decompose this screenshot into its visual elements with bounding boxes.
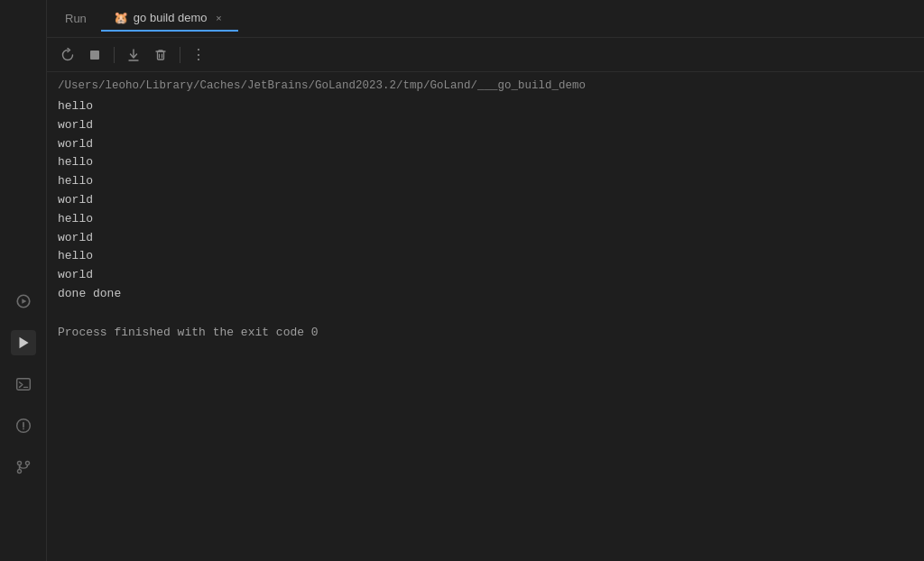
tab-go-build-demo[interactable]: 🐹 go build demo × — [101, 5, 238, 32]
svg-point-9 — [17, 469, 21, 473]
sidebar-item-terminal[interactable] — [11, 372, 36, 397]
output-line-hello3: hello — [58, 172, 913, 191]
output-line-done: done done — [58, 285, 913, 304]
svg-point-10 — [25, 461, 29, 464]
output-line-hello5: hello — [58, 247, 913, 266]
sidebar-item-run[interactable] — [11, 330, 36, 355]
output-line-world3: world — [58, 191, 913, 210]
stop-button[interactable] — [83, 43, 106, 67]
sidebar-item-problems[interactable] — [11, 413, 36, 438]
output-line-world5: world — [58, 266, 913, 285]
output-process-line: Process finished with the exit code 0 — [58, 324, 913, 343]
toolbar-divider-1 — [114, 47, 115, 63]
svg-rect-3 — [16, 379, 30, 390]
tab-bar: Run 🐹 go build demo × — [47, 0, 924, 38]
output-line-world1: world — [58, 116, 913, 135]
clear-button[interactable] — [149, 43, 172, 67]
svg-marker-1 — [22, 299, 26, 304]
svg-rect-15 — [158, 51, 164, 60]
svg-point-7 — [23, 428, 24, 429]
output-line-hello2: hello — [58, 153, 913, 172]
output-line-world2: world — [58, 135, 913, 154]
sidebar-item-run-configs[interactable] — [11, 289, 36, 314]
output-line-world4: world — [58, 229, 913, 248]
tab-label: go build demo — [134, 11, 208, 24]
tab-run[interactable]: Run — [54, 6, 97, 31]
download-button[interactable] — [122, 43, 145, 67]
tab-emoji: 🐹 — [114, 11, 128, 24]
tab-close-button[interactable]: × — [213, 12, 226, 24]
output-area: /Users/leoho/Library/Caches/JetBrains/Go… — [47, 72, 924, 561]
output-path: /Users/leoho/Library/Caches/JetBrains/Go… — [58, 79, 913, 92]
left-sidebar — [0, 0, 47, 561]
output-line-hello4: hello — [58, 210, 913, 229]
output-blank-line — [58, 304, 913, 313]
svg-point-8 — [17, 461, 21, 464]
sidebar-item-git[interactable] — [11, 455, 36, 480]
more-options-button[interactable]: ⋮ — [188, 44, 209, 66]
output-line-hello1: hello — [58, 97, 913, 116]
toolbar-divider-2 — [180, 47, 180, 63]
rerun-button[interactable] — [56, 43, 79, 67]
svg-marker-2 — [19, 337, 28, 348]
svg-rect-12 — [90, 51, 99, 60]
toolbar: ⋮ — [47, 38, 924, 72]
main-content: Run 🐹 go build demo × — [47, 0, 924, 561]
